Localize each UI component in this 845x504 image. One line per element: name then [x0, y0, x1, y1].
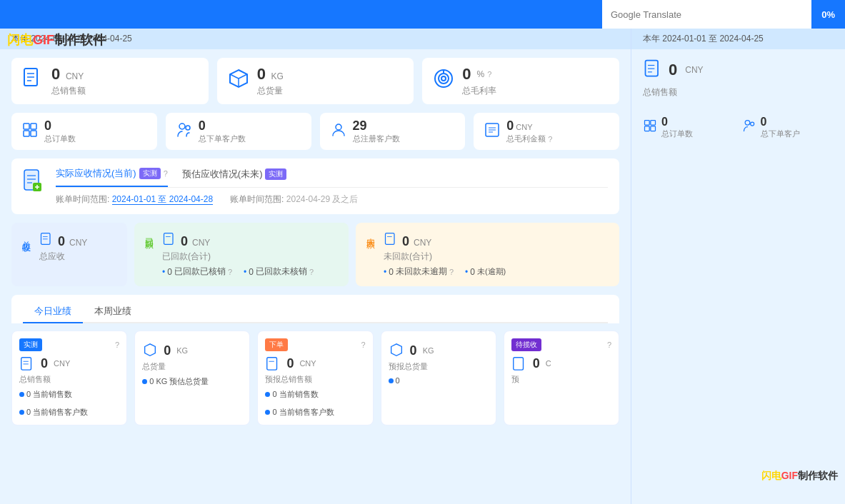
recv-range1-val: 2024-01-01 至 2024-04-28 [112, 194, 213, 205]
perf-val-2: 0 [286, 356, 294, 371]
perf-card-2-help[interactable]: ? [361, 341, 365, 349]
perf-label-3: 预报总货量 [389, 361, 489, 372]
recv-date-range1: 账单时间范围: 2024-01-01 至 2024-04-28 [56, 193, 213, 206]
perf-tab-today[interactable]: 今日业绩 [23, 301, 83, 323]
perf-label-0: 总销售额 [19, 374, 119, 385]
perf-card-4: 待揽收 ? 0 C 预 [504, 331, 619, 425]
google-translate-bar: 0% [602, 0, 845, 29]
orders-label: 总订单数 [44, 133, 76, 144]
recv-unreturned-icon [384, 231, 398, 248]
stats-top: 0 CNY 总销售额 0 [0, 49, 631, 113]
svg-rect-41 [514, 358, 524, 370]
perf-badge-2: 下单 [265, 338, 288, 351]
recv-sub2-label: 已回款未核销 [256, 266, 307, 278]
recv-tab1-badge: 实测 [139, 168, 161, 179]
receivables-tabs: 实际应收情况(当前) 实测 ? 预估应收情况(未来) 实测 [56, 167, 608, 188]
svg-rect-46 [645, 121, 650, 126]
profit-icon [484, 121, 501, 142]
recv-tab1-label: 实际应收情况(当前) [56, 167, 136, 180]
sales-value: 0 [51, 65, 60, 83]
recv-unreturned-subs: • 0 未回款未逾期 ? • 0 未(逾期) [384, 266, 611, 278]
perf-card-0-help[interactable]: ? [115, 341, 119, 349]
profit-help-icon[interactable]: ? [548, 135, 552, 143]
svg-point-50 [745, 121, 750, 126]
svg-point-8 [439, 74, 449, 84]
svg-point-51 [750, 122, 754, 126]
svg-point-17 [336, 124, 341, 130]
perf-val-4: 0 [533, 356, 540, 371]
recv-unsub2-label: 未(逾期) [477, 266, 506, 277]
recv-sub1-label: 已回款已核销 [174, 266, 226, 278]
recv-unsub1-label: 未回款未逾期 [396, 266, 447, 278]
perf-card-4-header: 待揽收 ? [511, 338, 611, 351]
perf-dots-2: 0 当前销售数 0 当前销售客户数 [265, 389, 365, 418]
perf-card-1: 0 KG 总货量 0 KG 预估总货量 [134, 331, 250, 425]
perf-dots-3: 0 [389, 376, 489, 385]
perf-dot-3-0: 0 [389, 376, 400, 385]
perf-tabs: 今日业绩 本周业绩 [23, 301, 608, 323]
svg-rect-12 [31, 124, 36, 129]
svg-rect-39 [267, 358, 277, 370]
date-range-bar: 本年 2024-01-01 至 2024-04-25 [0, 29, 631, 49]
perf-card-0-row: 0 CNY [19, 356, 119, 371]
recv-unreturned-label: 未回款(合计) [384, 251, 611, 263]
google-translate-input[interactable] [602, 9, 811, 20]
recv-total-content: 0 CNY 总应收 [39, 231, 119, 263]
recv-cards: 总应收 0 CNY 总应收 已回款 [11, 223, 619, 286]
date-range-text: 本年 2024-01-01 至 2024-04-25 [11, 34, 132, 44]
perf-tab-week[interactable]: 本周业绩 [83, 301, 143, 322]
perf-card-1-row: 0 KG [142, 343, 242, 358]
stats-small-row: 0 总订单数 0 总下单客户数 [0, 113, 631, 158]
recv-unsub1-val: 0 [389, 267, 394, 277]
right-stat-large-0: 0 CNY [643, 58, 834, 82]
perf-card-3: 0 KG 预报总货量 0 [381, 331, 496, 425]
perf-dot-2-0: 0 当前销售数 [265, 389, 318, 400]
stat-card-margin: 0 % ? 总毛利率 [422, 58, 619, 104]
recv-returned-side: 已回款 [143, 231, 155, 236]
recv-unreturned-unit: CNY [414, 238, 431, 248]
customers-icon [176, 121, 193, 142]
google-translate-pct: 0% [811, 0, 845, 29]
recv-tab2-badge: 实测 [265, 168, 286, 180]
svg-line-4 [230, 74, 239, 79]
stat-value-sales: 0 CNY 总销售额 [51, 65, 86, 97]
margin-help-icon[interactable]: ? [487, 70, 491, 79]
perf-dot-1-0: 0 KG 预估总货量 [142, 376, 209, 387]
recv-tab1-help[interactable]: ? [164, 169, 168, 178]
perf-card-4-help[interactable]: ? [607, 341, 611, 349]
weight-unit: KG [271, 71, 284, 81]
recv-date-range2: 账单时间范围: 2024-04-29 及之后 [230, 193, 358, 206]
customers-label: 总下单客户数 [199, 133, 246, 144]
recv-returned-label: 已回款(合计) [162, 251, 340, 263]
perf-unit-2: CNY [299, 359, 316, 368]
perf-card-2-row: 0 CNY [265, 356, 365, 371]
recv-card-returned: 已回款 0 CNY 已回款(合计) • 0 已回款已核销 [134, 223, 349, 286]
sales-unit: CNY [66, 71, 84, 81]
receipt-icon [21, 67, 44, 95]
svg-rect-11 [24, 124, 29, 129]
svg-rect-49 [651, 126, 656, 131]
svg-rect-32 [164, 233, 174, 245]
right-sales-val: 0 [669, 61, 677, 79]
right-sales-label: 总销售额 [643, 86, 834, 99]
recv-returned-sub1: • 0 已回款已核销 ? [162, 266, 232, 278]
svg-line-5 [239, 74, 247, 79]
svg-point-15 [179, 124, 185, 129]
stat-card-weight: 0 KG 总货量 [217, 58, 414, 104]
profit-label: 总毛利金额 [506, 133, 546, 144]
right-stat-small-0: 0 总订单数 [643, 116, 735, 139]
recv-total-value: 0 [58, 234, 65, 249]
perf-label-4: 预 [511, 374, 611, 385]
svg-rect-42 [646, 61, 659, 76]
stat-small-customers: 0 总下单客户数 [166, 113, 311, 150]
recv-returned-content: 0 CNY 已回款(合计) • 0 已回款已核销 ? • 0 [162, 231, 340, 278]
perf-unit-1: KG [176, 346, 188, 355]
svg-point-16 [186, 126, 190, 130]
svg-rect-48 [645, 126, 650, 131]
recv-tab-current[interactable]: 实际应收情况(当前) 实测 ? [56, 167, 168, 187]
recv-range2-val: 2024-04-29 及之后 [286, 194, 359, 204]
svg-rect-13 [24, 131, 29, 136]
recv-sub2-val: 0 [249, 267, 254, 277]
recv-tab-future[interactable]: 预估应收情况(未来) 实测 [182, 167, 287, 187]
perf-val-3: 0 [410, 343, 417, 358]
